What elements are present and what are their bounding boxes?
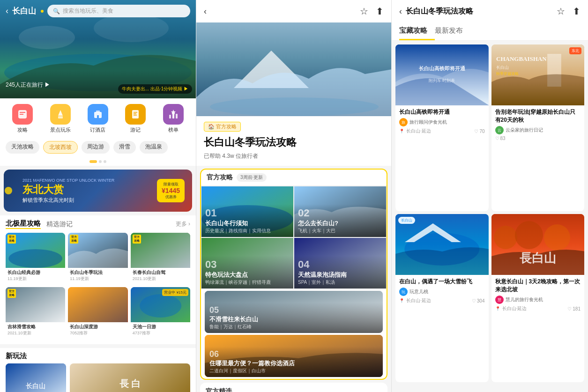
official-badge-label: 🏠 官方攻略 — [204, 122, 241, 132]
card-title-6: 天池一日游 — [133, 324, 188, 330]
p2-main-title: 长白山冬季玩法攻略 — [204, 135, 384, 149]
selected-products: 官方精选 6条商品全解读 选货攻略 › 长白山天池 长白山2日 北坡2日 — [200, 383, 387, 392]
svg-text:長白山: 長白山 — [520, 251, 556, 265]
guide-card-6[interactable]: 06 住哪里最方便？一篇教你选酒店 二道白河｜度假区｜白山市 — [205, 335, 383, 377]
guide-card-5[interactable]: 05 不滑雪柱来长白山 鲁能｜万达｜红石峰 — [205, 291, 383, 333]
likes-1: ♡ 70 — [474, 129, 484, 134]
tag-hotspring[interactable]: 泡温泉 — [140, 141, 168, 154]
card-drive[interactable]: 官方攻略 长春长白山自驾 2021.10更新 — [131, 233, 190, 284]
p3-tab-latest[interactable]: 最新发布 — [435, 22, 470, 40]
svg-text:附列车·时刻表: 附列车·时刻表 — [429, 78, 455, 83]
heart-icon-4: ♡ — [567, 306, 572, 311]
guide-grid: 01 长白山冬行须知 历史最况｜路线指南｜实用信息 02 怎么去长白山? 飞机｜… — [201, 186, 387, 289]
svg-rect-26 — [68, 287, 127, 322]
article-meta-3: 📍 长白山·延边 ♡ 304 — [399, 297, 485, 304]
hotel-icon-svg — [92, 108, 104, 120]
p3-tab-treasure[interactable]: 宝藏攻略 — [399, 22, 435, 40]
tag-badge-3: 长白山 — [398, 217, 415, 224]
guide-cards-box: 官方攻略 3周前·更新 01 长白山冬行须知 历史最况｜路线指南｜实用信息 — [200, 169, 387, 380]
author-name-1: 旅行顾问伊食光机 — [409, 119, 447, 126]
video-badge[interactable]: 牛肉夫妻出... 出品·1分钟视频 ▶ — [118, 84, 192, 94]
p3-share-icon[interactable]: ⬆ — [573, 6, 581, 17]
price-badge-6: 营业中 ¥15元 — [162, 289, 188, 296]
svg-rect-5 — [20, 112, 25, 113]
coupon-box[interactable]: 限量领取 ¥1445 优惠券 — [157, 179, 185, 202]
article-author-2: 云 云朵家的旅行日记 — [495, 126, 581, 134]
card-info-2: 长白山冬季玩法 11.19更新 — [68, 268, 127, 283]
panel-destination: ‹ 长白山 🔍 搜索当地玩乐、美食 245人正在旅行 ▶ 牛肉夫妻出... 出品… — [0, 0, 196, 392]
p2-back-button[interactable]: ‹ — [204, 7, 207, 16]
diary-icon-svg — [129, 108, 141, 120]
tag-zhoubian[interactable]: 周边游 — [82, 141, 110, 154]
icon-rank[interactable]: 榜单 — [163, 104, 184, 133]
article-card-4[interactable]: 長白山 秋意长白山｜3天2晚攻略，第一次来选北坡 慧 慧儿的旅行食光机 📍 长白… — [491, 214, 585, 382]
p3-back-button[interactable]: ‹ — [399, 7, 402, 16]
banner-subtitle: 解锁雪季东北高光时刻 — [22, 197, 114, 204]
official-badge-2: 官方攻略 — [70, 235, 78, 244]
author-name-3: 玩意儿桃 — [409, 288, 428, 295]
heart-icon-3: ♡ — [472, 298, 476, 303]
card-title-5: 长白山深度游 — [70, 324, 126, 330]
traveler-count: 245人正在旅行 ▶ — [6, 81, 50, 89]
guide-card-1[interactable]: 01 长白山冬行须知 历史最况｜路线指南｜实用信息 — [201, 186, 294, 237]
tag-beipo[interactable]: 北坡西坡 — [43, 141, 78, 154]
guide-card-2[interactable]: 02 怎么去长白山? 飞机｜火车｜大巴 — [294, 186, 387, 237]
svg-text:长白山: 长白山 — [26, 382, 45, 390]
card-sub-g2: 飞机｜火车｜大巴 — [298, 228, 382, 234]
card-title-3: 长春长白山自驾 — [133, 269, 188, 276]
card-title-4: 吉林滑雪攻略 — [7, 324, 63, 330]
article-card-2[interactable]: CHANGBAISHAN 长白山 秋季穿越攻略 东北 告别老年玩法|穿越原始长白… — [491, 44, 585, 211]
icon-scenic[interactable]: 景点玩乐 — [50, 104, 71, 133]
tag-skiing[interactable]: 滑雪 — [113, 141, 136, 154]
guide-card-4[interactable]: 04 天然温泉泡汤指南 SPA｜室外｜私汤 — [294, 237, 387, 289]
p3-bookmark-icon[interactable]: ☆ — [557, 6, 565, 17]
card-num-6: 06 — [209, 349, 378, 359]
articles-grid: 长白山高铁即将开通 附列车·时刻表 长白山高铁即将开通 旅 旅行顾问伊食光机 📍… — [392, 41, 588, 386]
icon-diary[interactable]: 游记 — [125, 104, 146, 133]
rank-icon-svg — [167, 108, 179, 120]
destination-title: 长白山 — [12, 6, 36, 16]
svg-point-2 — [94, 14, 169, 42]
search-bar[interactable]: 🔍 搜索当地玩乐、美食 — [47, 5, 190, 17]
official-badge-4: 官方攻略 — [7, 289, 16, 298]
article-card-text-4: 秋意长白山｜3天2晚攻略，第一次来选北坡 慧 慧儿的旅行食光机 📍 长白山·延边… — [491, 275, 585, 316]
svg-rect-11 — [97, 115, 99, 118]
guide-card-3[interactable]: 03 特色玩法大盘点 鸭绿瀑流｜峡谷穿越｜狩猎寻鹿 — [201, 237, 294, 289]
card-num-2: 02 — [298, 207, 382, 219]
card-winter[interactable]: 官方攻略 长白山冬季玩法 11.19更新 — [68, 233, 127, 284]
article-card-3[interactable]: 长白山 在白山，偶遇了一场大雪纷飞 玩 玩意儿桃 📍 长白山·延边 ♡ 304 — [395, 214, 489, 382]
card-classic[interactable]: 官方攻略 长白山经典必游 11.19更新 — [6, 233, 65, 284]
promo-banner[interactable]: 2021 MAFENWO ONE STOP UNLOCK WINTER 东北大赏… — [4, 170, 192, 212]
card-deep[interactable]: 长白山深度游 7052推荐 — [68, 287, 127, 339]
p2-action-icons: ☆ ⬆ — [360, 6, 384, 17]
more-link[interactable]: 更多 › — [176, 220, 190, 228]
card-info-1: 长白山经典必游 11.19更新 — [6, 268, 65, 283]
p2-content-area: 🏠 官方攻略 长白山冬季玩法攻略 已帮助 4.3w 位旅行者 — [196, 116, 391, 166]
new-card-2[interactable]: 長 白 — [70, 363, 190, 392]
card-ski[interactable]: 官方攻略 吉林滑雪攻略 2021.10更新 — [6, 287, 65, 339]
card-sub-3: 2021.10更新 — [133, 276, 188, 282]
svg-point-28 — [140, 294, 181, 318]
card-tianci[interactable]: 营业中 ¥15元 天池一日游 4737推荐 — [131, 287, 190, 339]
card-sub-g3: 鸭绿瀑流｜峡谷穿越｜狩猎寻鹿 — [205, 279, 290, 286]
article-img-svg-1: 长白山高铁即将开通 附列车·时刻表 — [395, 44, 489, 105]
tag-tianci[interactable]: 天池攻略 — [6, 141, 39, 154]
article-card-1[interactable]: 长白山高铁即将开通 附列车·时刻表 长白山高铁即将开通 旅 旅行顾问伊食光机 📍… — [395, 44, 489, 211]
card-title-2: 长白山冬季玩法 — [70, 269, 126, 276]
new-card-1[interactable]: 长白山 — [6, 363, 66, 392]
share-icon[interactable]: ⬆ — [376, 6, 384, 17]
card-info-4: 吉林滑雪攻略 2021.10更新 — [6, 322, 65, 338]
card-title-g4: 天然温泉泡汤指南 — [298, 271, 382, 279]
location-icon-3: 📍 — [399, 298, 404, 303]
likes-3: ♡ 304 — [472, 298, 485, 303]
icon-hotel[interactable]: 订酒店 — [88, 104, 108, 133]
back-button[interactable]: ‹ — [6, 6, 8, 16]
new-card-svg-2: 長 白 — [70, 363, 190, 392]
section-header: 北极星攻略 精选游记 更多 › — [6, 219, 190, 229]
bookmark-icon[interactable]: ☆ — [360, 6, 368, 17]
article-card-img-4: 長白山 — [491, 214, 585, 275]
svg-point-55 — [544, 224, 570, 251]
icon-strategy[interactable]: 攻略 — [12, 104, 33, 133]
card-sub-2: 11.19更新 — [70, 276, 126, 282]
guide-section-header: 官方攻略 3周前·更新 — [201, 170, 387, 186]
